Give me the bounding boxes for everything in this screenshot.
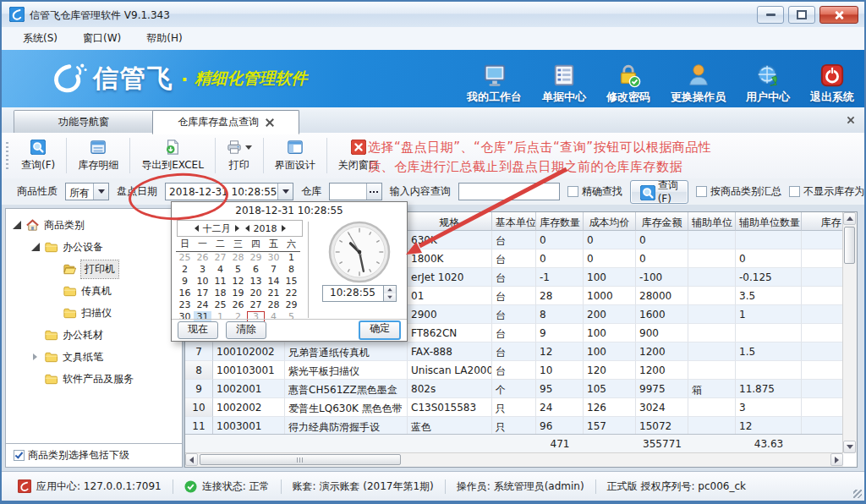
- scrollbar-thumb[interactable]: [844, 227, 855, 264]
- tab-close-icon[interactable]: [266, 118, 274, 127]
- tree-item-stationery[interactable]: 文具纸笔: [8, 346, 180, 368]
- restore-button[interactable]: [788, 6, 815, 24]
- clear-button[interactable]: 清除: [226, 321, 266, 339]
- stock-detail-button[interactable]: 库存明细: [69, 135, 128, 176]
- day-cell[interactable]: 20: [247, 288, 265, 299]
- ellipsis-icon[interactable]: [366, 184, 381, 200]
- table-row[interactable]: 101002002爱普生LQ630K 黑色色带C13S015583只241263…: [185, 398, 857, 417]
- tree-item-office-equipment[interactable]: 办公设备: [8, 236, 180, 258]
- include-children-checkbox[interactable]: 商品类别选择包括下级: [14, 448, 129, 463]
- day-cell[interactable]: 23: [176, 299, 194, 311]
- toolbar-drag-handle[interactable]: [6, 142, 8, 169]
- next-month-icon[interactable]: [235, 225, 239, 232]
- scrollbar-thumb[interactable]: [200, 454, 401, 465]
- time-up-icon[interactable]: [384, 286, 396, 293]
- day-cell[interactable]: 28: [265, 299, 282, 311]
- day-cell[interactable]: 1: [282, 252, 300, 264]
- day-cell[interactable]: 17: [194, 288, 211, 299]
- chevron-down-icon[interactable]: [93, 184, 108, 200]
- next-year-icon[interactable]: [282, 225, 286, 232]
- day-cell[interactable]: 4: [211, 264, 229, 276]
- column-header[interactable]: 辅助单位数量: [736, 212, 802, 231]
- day-cell[interactable]: 19: [229, 288, 247, 299]
- tree-item-software-products[interactable]: 软件产品及服务: [8, 368, 180, 390]
- collapsed-expander-icon[interactable]: [31, 353, 40, 361]
- dropdown-arrow-icon[interactable]: [245, 145, 252, 150]
- day-cell[interactable]: 18: [211, 288, 229, 299]
- column-header[interactable]: 辅助单位: [688, 212, 736, 231]
- prev-year-icon[interactable]: [245, 225, 249, 232]
- day-cell[interactable]: 25: [211, 299, 229, 311]
- tab-stock-check-query[interactable]: 仓库库存盘点查询: [152, 110, 299, 134]
- table-row[interactable]: 111003001得力经典防滑握手设蓝色只961571507212: [185, 417, 857, 436]
- expanded-expander-icon[interactable]: [13, 221, 21, 229]
- time-down-icon[interactable]: [384, 293, 396, 301]
- scroll-up-icon[interactable]: [843, 212, 856, 225]
- group-by-category-checkbox[interactable]: 按商品类别汇总: [696, 184, 781, 199]
- change-password-button[interactable]: 修改密码: [606, 61, 650, 105]
- print-button[interactable]: 打印: [217, 135, 261, 176]
- day-cell[interactable]: 6: [247, 264, 265, 276]
- day-cell[interactable]: 9: [176, 276, 194, 288]
- expanded-expander-icon[interactable]: [31, 243, 40, 251]
- prev-month-icon[interactable]: [195, 225, 199, 232]
- search-input[interactable]: [458, 183, 560, 200]
- switch-operator-button[interactable]: 更换操作员: [671, 61, 726, 105]
- day-cell[interactable]: 12: [229, 276, 247, 288]
- tree-item-scanners[interactable]: 扫描仪: [8, 302, 180, 324]
- column-header[interactable]: 基本单位: [492, 212, 536, 231]
- ui-design-button[interactable]: 界面设计: [266, 135, 325, 176]
- now-button[interactable]: 现在: [178, 321, 218, 339]
- column-header[interactable]: 规格: [408, 212, 492, 231]
- menu-item[interactable]: 帮助(H): [134, 28, 195, 49]
- tree-item-printers[interactable]: 打印机: [8, 258, 180, 280]
- table-row[interactable]: 7100102002兄弟普通纸传真机FAX-888台1210012001.5: [185, 342, 857, 361]
- day-cell[interactable]: 3: [194, 264, 211, 276]
- day-cell[interactable]: 26: [194, 252, 211, 264]
- ok-button[interactable]: 确定: [359, 320, 401, 340]
- user-center-button[interactable]: 用户中心: [746, 61, 790, 105]
- menu-item[interactable]: 窗口(W): [70, 28, 134, 49]
- tree-item-fax-machines[interactable]: 传真机: [8, 280, 180, 302]
- time-spinner[interactable]: 10:28:55: [322, 285, 397, 302]
- tabstrip-close-button[interactable]: [844, 113, 857, 126]
- document-center-button[interactable]: 单据中心: [542, 61, 586, 105]
- menu-item[interactable]: 系统(S): [10, 28, 70, 49]
- day-cell[interactable]: 27: [211, 252, 229, 264]
- hide-zero-stock-checkbox[interactable]: 不显示库存为: [789, 184, 864, 199]
- minimize-button[interactable]: [757, 6, 784, 24]
- close-button[interactable]: [819, 6, 858, 24]
- day-cell[interactable]: 25: [176, 252, 194, 264]
- table-row[interactable]: 8100103001紫光平板扫描仪Uniscan LA2000台10120120…: [185, 361, 857, 380]
- day-cell[interactable]: 8: [282, 264, 300, 276]
- export-excel-button[interactable]: 导出到EXCEL: [132, 135, 213, 176]
- day-cell[interactable]: 5: [229, 264, 247, 276]
- day-cell[interactable]: 15: [282, 276, 300, 288]
- day-cell[interactable]: 26: [229, 299, 247, 311]
- day-cell[interactable]: 28: [229, 252, 247, 264]
- warehouse-select[interactable]: [329, 183, 382, 200]
- day-cell[interactable]: 27: [247, 299, 265, 311]
- day-cell[interactable]: 13: [247, 276, 265, 288]
- day-cell[interactable]: 29: [247, 252, 265, 264]
- query-button[interactable]: 查询(F): [12, 135, 64, 176]
- horizontal-scrollbar[interactable]: [185, 452, 843, 467]
- exit-system-button[interactable]: 退出系统: [810, 61, 854, 105]
- workbench-button[interactable]: 我的工作台: [467, 61, 522, 105]
- day-cell[interactable]: 29: [282, 299, 300, 311]
- day-cell[interactable]: 10: [194, 276, 211, 288]
- resize-grip[interactable]: [853, 490, 862, 498]
- scroll-right-icon[interactable]: [830, 453, 843, 466]
- exact-match-checkbox[interactable]: 精确查找: [567, 184, 622, 199]
- day-cell[interactable]: 16: [176, 288, 194, 299]
- table-row[interactable]: 91002001惠普CH561ZZ黑色墨盒802s个951059975箱11.8…: [185, 380, 857, 398]
- day-cell[interactable]: 30: [265, 252, 282, 264]
- nature-select[interactable]: 所有: [65, 183, 109, 200]
- column-header[interactable]: 成本均价: [584, 212, 636, 231]
- day-cell[interactable]: 14: [265, 276, 282, 288]
- tree-item-category-root[interactable]: 商品类别: [8, 214, 180, 236]
- day-cell[interactable]: 24: [194, 299, 211, 311]
- vertical-scrollbar[interactable]: [842, 212, 857, 453]
- filter-query-button[interactable]: 查询(F): [630, 180, 688, 204]
- checkbox[interactable]: [567, 186, 578, 197]
